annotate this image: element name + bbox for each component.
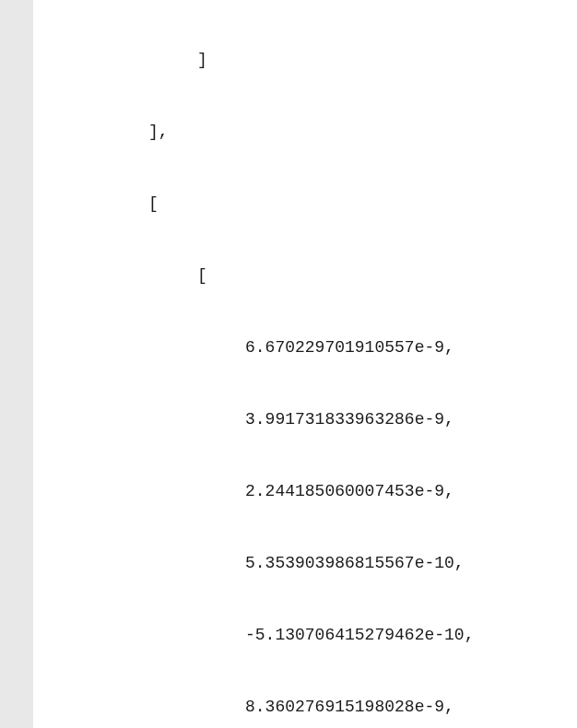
code-line: 2.244185060007453e-9, bbox=[33, 479, 577, 503]
code-line: 3.991731833963286e-9, bbox=[33, 407, 577, 431]
code-line: 8.360276915198028e-9, bbox=[33, 695, 577, 719]
code-block: ] ], [ [ 6.670229701910557e-9, 3.9917318… bbox=[33, 0, 577, 728]
code-line: -5.130706415279462e-10, bbox=[33, 623, 577, 647]
code-line: 5.353903986815567e-10, bbox=[33, 551, 577, 575]
line-gutter bbox=[0, 0, 33, 728]
code-line: ], bbox=[33, 120, 577, 144]
code-line: [ bbox=[33, 192, 577, 216]
code-line: ] bbox=[33, 48, 577, 72]
code-line: 6.670229701910557e-9, bbox=[33, 335, 577, 359]
code-line: [ bbox=[33, 264, 577, 288]
